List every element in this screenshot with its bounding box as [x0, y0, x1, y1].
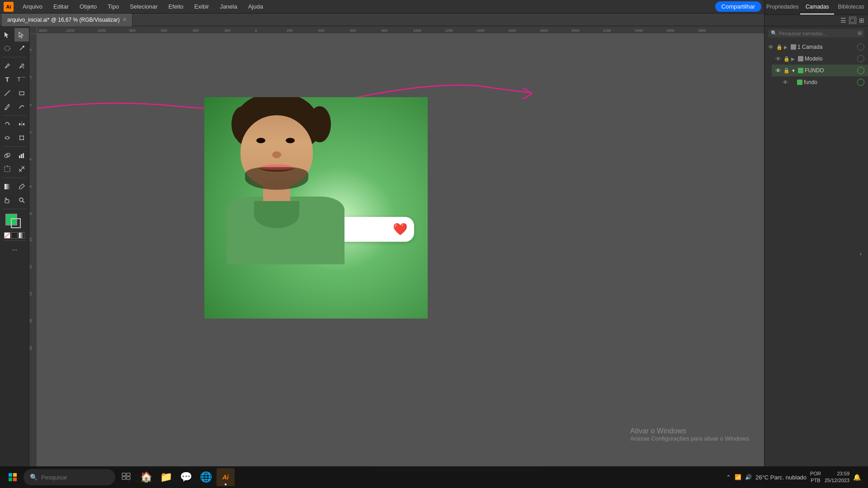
chart-tool[interactable] — [14, 149, 29, 162]
taskbar-widgets[interactable]: 🏠 — [137, 468, 155, 486]
layer-item-modelo[interactable]: 👁 🔒 ▶ Modelo — [772, 53, 868, 65]
layer-circle-fundo-item[interactable] — [857, 79, 864, 86]
layer-item-fundo-group[interactable]: 👁 🔓 ▼ FUNDO — [772, 65, 868, 76]
canvas-content[interactable]: ❤️ › — [37, 34, 868, 474]
menu-exibir[interactable]: Exibir — [190, 2, 214, 11]
layer-item-fundo[interactable]: 👁 fundo — [779, 76, 868, 88]
layer-visibility-icon-modelo[interactable]: 👁 — [775, 56, 781, 62]
more-tools[interactable]: ··· — [0, 243, 29, 256]
tab-close-button[interactable]: ✕ — [123, 17, 127, 23]
magic-wand-tool[interactable] — [14, 42, 29, 55]
stroke-color[interactable] — [11, 218, 21, 228]
tab-propriedades[interactable]: Propriedades — [764, 0, 800, 14]
taskbar-illustrator[interactable]: Ai — [217, 468, 235, 486]
layer-expand-icon-modelo[interactable]: ▶ — [791, 56, 797, 61]
reflect-tool[interactable] — [14, 117, 29, 131]
gradient-swatch[interactable] — [19, 232, 25, 239]
svg-rect-5 — [19, 92, 24, 95]
layer-lock-icon-fundo[interactable]: 🔓 — [783, 68, 790, 74]
menu-selecionar[interactable]: Selecionar — [125, 2, 162, 11]
selection-tool[interactable] — [0, 28, 14, 42]
tab-bibliotecas[interactable]: Bibliotecas — [834, 0, 868, 14]
panel-menu-icon[interactable]: ☰ — [840, 17, 846, 24]
hand-tool[interactable] — [0, 193, 14, 207]
type-path-tool[interactable]: T⌒ — [14, 73, 29, 86]
svg-text:-800: -800 — [128, 28, 136, 33]
free-transform-tool[interactable] — [14, 131, 29, 145]
menu-janela[interactable]: Janela — [215, 2, 241, 11]
svg-text:2800: 2800 — [698, 28, 706, 33]
rect-tool[interactable] — [14, 86, 29, 100]
type-tool[interactable]: T — [0, 73, 14, 86]
svg-text:2: 2 — [29, 131, 33, 133]
language-indicator[interactable]: PORPTB — [810, 470, 821, 484]
layer-expand-icon-fundo[interactable]: ▼ — [791, 68, 797, 73]
start-button[interactable] — [4, 468, 22, 486]
smooth-tool[interactable] — [14, 100, 29, 113]
rotate-tool[interactable] — [0, 117, 14, 131]
line-tool[interactable] — [0, 86, 14, 100]
clock[interactable]: 23:59 25/12/2023 — [825, 470, 849, 484]
tab-camadas[interactable]: Camadas — [800, 0, 834, 14]
notification-icon[interactable]: 🔔 — [853, 474, 861, 481]
direct-selection-tool[interactable] — [14, 28, 29, 42]
volume-icon[interactable]: 🔊 — [745, 474, 752, 480]
lasso-tool[interactable] — [0, 42, 14, 55]
artboard-tool[interactable] — [0, 162, 14, 176]
layer-name-modelo: Modelo — [805, 56, 822, 62]
layer-lock-icon-1[interactable]: 🔒 — [776, 44, 783, 50]
document-tab[interactable]: arquivo_inicial.ai* @ 16,67 % (RGB/Visua… — [2, 14, 132, 26]
taskbar-discord[interactable]: 💬 — [177, 468, 195, 486]
layer-search: 🔍 ⊞ — [768, 29, 864, 38]
black-swatch[interactable] — [11, 232, 18, 239]
menu-objeto[interactable]: Objeto — [75, 2, 101, 11]
svg-text:400: 400 — [318, 28, 325, 33]
panel-collapse-arrow[interactable]: › — [860, 251, 862, 257]
filter-icon[interactable]: ⊞ — [858, 30, 862, 36]
taskbar-search-box[interactable]: 🔍 — [24, 469, 115, 485]
add-anchor-tool[interactable]: + — [14, 59, 29, 73]
menu-editar[interactable]: Editar — [49, 2, 73, 11]
svg-text:16: 16 — [29, 319, 33, 323]
layer-lock-icon-modelo[interactable]: 🔒 — [783, 56, 790, 62]
svg-rect-11 — [19, 139, 20, 140]
svg-marker-6 — [8, 123, 10, 125]
layer-circle-1[interactable] — [857, 43, 864, 51]
layer-visibility-icon-fundo[interactable]: 👁 — [775, 67, 781, 74]
artboard[interactable]: ❤️ — [204, 97, 428, 319]
right-panel: Propriedades Camadas Bibliotecas ☰ ⊞ 🔍 ⊞… — [764, 0, 868, 488]
layer-visibility-icon-1[interactable]: 👁 — [768, 44, 774, 51]
slice-tool[interactable] — [14, 162, 29, 176]
taskbar-search-input[interactable] — [41, 474, 109, 481]
share-button[interactable]: Compartilhar — [715, 1, 761, 12]
none-swatch[interactable] — [4, 232, 10, 239]
network-icon[interactable]: 📶 — [735, 474, 741, 480]
panel-view-toggle[interactable] — [849, 17, 856, 24]
taskbar-chevron-up[interactable]: ⌃ — [726, 474, 731, 481]
layer-item-1camada[interactable]: 👁 🔒 ▶ 1 Camada — [764, 41, 868, 53]
pencil-tool[interactable] — [0, 100, 14, 113]
layer-expand-icon-1[interactable]: ▶ — [784, 45, 789, 50]
pen-tool[interactable] — [0, 59, 14, 73]
panel-filter-icon[interactable]: ⊞ — [859, 17, 864, 24]
layer-circle-fundo[interactable] — [857, 67, 864, 74]
taskbar-edge[interactable]: 🌐 — [197, 468, 215, 486]
artboard-container[interactable]: ❤️ — [204, 97, 428, 319]
layer-color-fundo — [798, 68, 803, 73]
shape-builder-tool[interactable] — [0, 149, 14, 162]
svg-text:2600: 2600 — [666, 28, 675, 33]
menu-arquivo[interactable]: Arquivo — [18, 2, 47, 11]
svg-rect-60 — [13, 478, 17, 481]
layer-visibility-icon-fundo-item[interactable]: 👁 — [783, 79, 788, 86]
eyedropper-tool[interactable] — [14, 180, 29, 193]
layer-circle-modelo[interactable] — [857, 55, 864, 62]
taskbar-file-explorer[interactable]: 📁 — [157, 468, 175, 486]
warp-tool[interactable] — [0, 131, 14, 145]
search-input[interactable] — [779, 31, 856, 36]
taskbar-task-view[interactable] — [117, 468, 135, 486]
menu-efeito[interactable]: Efeito — [164, 2, 188, 11]
zoom-tool[interactable] — [14, 193, 29, 207]
menu-tipo[interactable]: Tipo — [103, 2, 123, 11]
gradient-tool[interactable] — [0, 180, 14, 193]
menu-ajuda[interactable]: Ajuda — [244, 2, 268, 11]
